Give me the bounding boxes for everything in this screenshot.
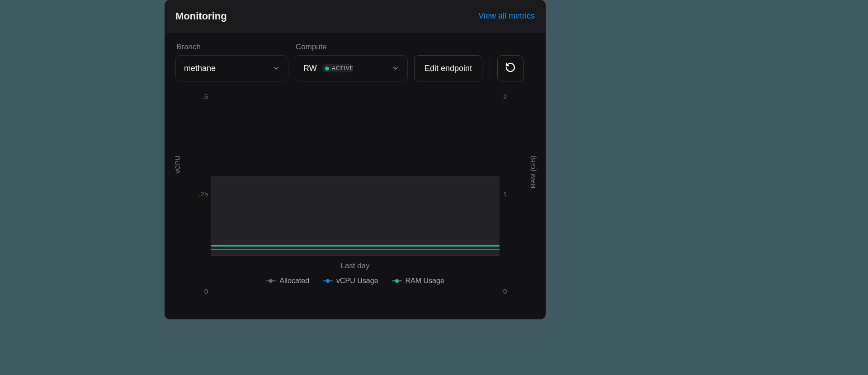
status-dot-icon (325, 66, 329, 71)
legend-item-ram: RAM Usage (392, 277, 444, 285)
legend-swatch-icon (323, 280, 333, 281)
vcpu-tick-zero: 0 (193, 287, 208, 295)
view-all-metrics-link[interactable]: View all metrics (478, 11, 535, 21)
legend: Allocated vCPU Usage RAM Usage (175, 277, 535, 285)
x-axis-caption: Last day (175, 261, 535, 271)
ram-tick-max: 2 (503, 93, 514, 100)
panel-title: Monitoring (175, 10, 227, 22)
legend-swatch-icon (266, 280, 276, 281)
compute-select[interactable]: RW ACTIVE (295, 55, 408, 81)
ram-tick-mid: 1 (503, 190, 514, 198)
vertical-separator (490, 58, 490, 78)
refresh-button[interactable] (497, 55, 524, 81)
vcpu-tick-mid: .25 (193, 190, 208, 198)
allocated-band (211, 176, 500, 256)
chevron-down-icon (273, 65, 280, 72)
compute-field: Compute RW ACTIVE (295, 43, 408, 81)
usage-chart: vCPU RAM (GiB) .5 .25 0 2 1 0 Last day A… (175, 97, 535, 291)
status-text: ACTIVE (332, 65, 353, 71)
legend-swatch-icon (392, 280, 402, 281)
ram-tick-zero: 0 (503, 287, 514, 295)
edit-endpoint-button[interactable]: Edit endpoint (414, 55, 482, 81)
branch-label: Branch (175, 43, 288, 52)
y-axis-right-label: RAM (GiB) (529, 156, 537, 189)
status-badge: ACTIVE (322, 64, 353, 72)
grid-line (211, 97, 500, 97)
refresh-icon (505, 62, 516, 75)
panel-header: Monitoring View all metrics (165, 0, 546, 33)
plot-area (211, 97, 500, 256)
branch-field: Branch methane (175, 43, 288, 81)
monitoring-panel: Monitoring View all metrics Branch metha… (165, 0, 546, 319)
legend-item-vcpu: vCPU Usage (323, 277, 378, 285)
controls-row: Branch methane Compute RW ACTIVE (165, 33, 546, 81)
vcpu-usage-line (211, 249, 500, 250)
ram-usage-line (211, 245, 500, 247)
y-axis-left-label: vCPU (174, 156, 181, 173)
compute-mode: RW (303, 64, 317, 73)
branch-value: methane (184, 64, 216, 73)
legend-item-allocated: Allocated (266, 277, 309, 285)
compute-label: Compute (295, 43, 408, 52)
vcpu-tick-max: .5 (193, 93, 208, 100)
grid-line (211, 256, 500, 256)
branch-select[interactable]: methane (175, 55, 288, 81)
chevron-down-icon (392, 65, 399, 72)
grid-line (211, 176, 500, 177)
